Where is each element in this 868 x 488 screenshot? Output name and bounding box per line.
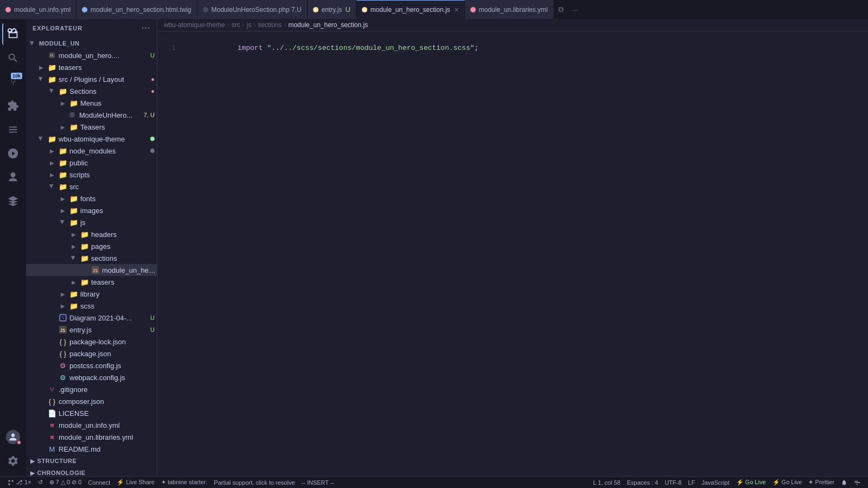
folder-icon: 📁 — [69, 206, 78, 215]
tree-item-package-lock[interactable]: { } package-lock.json — [26, 336, 157, 348]
tree-item-scripts[interactable]: ▶ 📁 scripts — [26, 169, 157, 181]
tree-item-scss[interactable]: ▶ 📁 scss — [26, 300, 157, 312]
activity-find[interactable] — [2, 166, 24, 188]
errors-label: ⊗ 7 △ 0 ⊘ 0 — [49, 479, 82, 486]
tree-item-teasers-js[interactable]: ▶ 📁 teasers — [26, 276, 157, 288]
tab-close-icon[interactable]: × — [455, 5, 459, 14]
status-notification-icon[interactable] — [838, 477, 851, 489]
breadcrumb-part-2[interactable]: src — [232, 21, 240, 29]
tree-item-package-json[interactable]: { } package.json — [26, 348, 157, 359]
tab-module-info-yml[interactable]: module_un.info.yml — [0, 0, 76, 19]
status-prettier[interactable]: ✦ Prettier — [805, 477, 838, 489]
tab-hero-php[interactable]: ModuleUnHeroSection.php 7,U — [197, 0, 308, 19]
tree-item-js[interactable]: ▶ 📁 js — [26, 216, 157, 228]
status-errors[interactable]: ⊗ 7 △ 0 ⊘ 0 — [46, 477, 85, 489]
tree-item-public[interactable]: ▶ 📁 public — [26, 157, 157, 169]
user-avatar[interactable] — [2, 426, 24, 448]
tab-label: module_un.libraries.yml — [479, 6, 548, 14]
status-tabnine[interactable]: ✦ tabnine starter: — [158, 477, 210, 489]
tree-item-fonts[interactable]: ▶ 📁 fonts — [26, 192, 157, 204]
status-line-ending[interactable]: LF — [685, 477, 698, 489]
tree-item-readme[interactable]: M README.md — [26, 443, 157, 455]
tree-item-library[interactable]: ▶ 📁 library — [26, 288, 157, 300]
tree-item-module-un-hero-s[interactable]: JS module_un_hero_s... — [26, 264, 157, 276]
activity-docker[interactable] — [2, 119, 24, 140]
activity-settings[interactable] — [2, 450, 24, 472]
tree-item-teasers-sub[interactable]: ▶ 📁 Teasers — [26, 121, 157, 133]
position-label: L 1, col 58 — [593, 479, 620, 486]
tab-split-button[interactable]: ⧉ — [554, 0, 568, 19]
code-editor[interactable]: 1 import "../../scss/sections/module_un_… — [157, 31, 868, 476]
chevron-icon: ▶ — [59, 206, 67, 215]
tab-more-button[interactable]: ··· — [568, 0, 583, 19]
editor-area: wbu-atomique-theme › src › js › sections… — [157, 19, 868, 476]
file-icon-composer: { } — [48, 397, 56, 406]
tab-hero-js[interactable]: module_un_hero_section.js × — [356, 0, 465, 19]
activity-remote[interactable] — [2, 190, 24, 212]
sidebar-more-button[interactable]: ··· — [142, 23, 150, 33]
tree-root-module-un[interactable]: ▶ MODULE_UN — [26, 37, 157, 49]
status-go-live-2[interactable]: ⚡ Go Live — [769, 477, 806, 489]
activity-extensions[interactable] — [2, 95, 24, 117]
status-sync[interactable]: ↺ — [35, 477, 46, 489]
breadcrumb-sep-4: › — [284, 21, 286, 29]
tree-item-menus[interactable]: ▶ 📁 Menus — [26, 97, 157, 109]
chevron-placeholder — [37, 385, 46, 394]
tree-item-sections-js[interactable]: ▶ 📁 sections — [26, 252, 157, 264]
tree-item-webpack[interactable]: ⚙ webpack.config.js — [26, 371, 157, 383]
activity-source-control[interactable]: ⑂ 10k — [2, 71, 24, 93]
tab-hero-twig[interactable]: module_un_hero_section.html.twig — [76, 0, 197, 19]
breadcrumb-part-5[interactable]: module_un_hero_section.js — [288, 21, 368, 29]
tree-item-gitignore[interactable]: ⑂ .gitignore — [26, 383, 157, 395]
tree-item-node-modules[interactable]: ▶ 📁 node_modules — [26, 145, 157, 157]
file-icon-license: 📄 — [48, 409, 56, 418]
status-spaces[interactable]: Espaces : 4 — [624, 477, 661, 489]
activity-run[interactable] — [2, 143, 24, 164]
status-encoding[interactable]: UTF-8 — [661, 477, 685, 489]
tab-entry-js[interactable]: entry.js U — [308, 0, 356, 19]
tree-item-module-info[interactable]: ≡ module_un.info.yml — [26, 419, 157, 431]
tree-item-module-un-hero[interactable]: JS module_un_hero.... U — [26, 49, 157, 61]
tree-item-postcss[interactable]: ⚙ postcss.config.js — [26, 359, 157, 371]
tree-item-images[interactable]: ▶ 📁 images — [26, 204, 157, 216]
tree-item-pages[interactable]: ▶ 📁 pages — [26, 240, 157, 252]
breadcrumb-part-4[interactable]: sections — [258, 21, 282, 29]
status-broadcast-icon[interactable] — [851, 477, 864, 489]
activity-explorer[interactable] — [2, 23, 24, 45]
status-language[interactable]: JavaScript — [698, 477, 732, 489]
code-line-1: 1 import "../../scss/sections/module_un_… — [157, 36, 868, 60]
tree-item-headers[interactable]: ▶ 📁 headers — [26, 228, 157, 240]
status-partial-support[interactable]: Partial support, click to resolve — [210, 477, 298, 489]
sidebar-section-chronologie[interactable]: ▶ CHRONOLOGIE — [26, 467, 157, 476]
status-branch[interactable]: ⎇ 1× — [4, 477, 35, 489]
item-label: sections — [91, 254, 157, 262]
tab-libraries-yml[interactable]: module_un.libraries.yml — [465, 0, 554, 19]
tree-item-teasers-root[interactable]: ▶ 📁 teasers — [26, 61, 157, 73]
status-connect[interactable]: Connect — [85, 477, 113, 489]
tree-item-module-libraries[interactable]: ≡ module_un.libraries.yml — [26, 431, 157, 443]
status-position[interactable]: L 1, col 58 — [590, 477, 623, 489]
tree-item-wbu-theme[interactable]: ▶ 📁 wbu-atomique-theme — [26, 133, 157, 145]
status-insert-mode: -- INSERT -- — [298, 477, 338, 489]
tree-item-module-un-hero-php[interactable]: ModuleUnHero... 7, U — [26, 109, 157, 121]
sync-label: ↺ — [38, 479, 43, 486]
svg-text:JS: JS — [93, 268, 98, 273]
tree-item-entry-js[interactable]: JS entry.js U — [26, 324, 157, 336]
status-live-share[interactable]: ⚡ Live Share — [113, 477, 158, 489]
tree-item-src-plugins[interactable]: ▶ 📁 src / Plugins / Layout ● — [26, 73, 157, 85]
tree-item-sections[interactable]: ▶ 📁 Sections ● — [26, 85, 157, 97]
item-label: js — [80, 219, 157, 227]
tree-item-diagram[interactable]: Diagram 2021-04-... U — [26, 312, 157, 324]
item-label: teasers — [59, 63, 157, 72]
breadcrumb-part-1[interactable]: wbu-atomique-theme — [164, 21, 225, 29]
breadcrumb-part-3[interactable]: js — [247, 21, 252, 29]
tree-item-license[interactable]: 📄 LICENSE — [26, 407, 157, 419]
tab-icon-js-active — [362, 7, 367, 12]
tree-item-src[interactable]: ▶ 📁 src — [26, 181, 157, 192]
tree-item-composer[interactable]: { } composer.json — [26, 395, 157, 407]
activity-search[interactable] — [2, 47, 24, 69]
status-go-live[interactable]: ⚡ Go Live — [733, 477, 769, 489]
item-badge: ● — [151, 76, 155, 82]
sidebar-section-structure[interactable]: ▶ STRUCTURE — [26, 455, 157, 467]
chevron-placeholder — [48, 361, 56, 370]
